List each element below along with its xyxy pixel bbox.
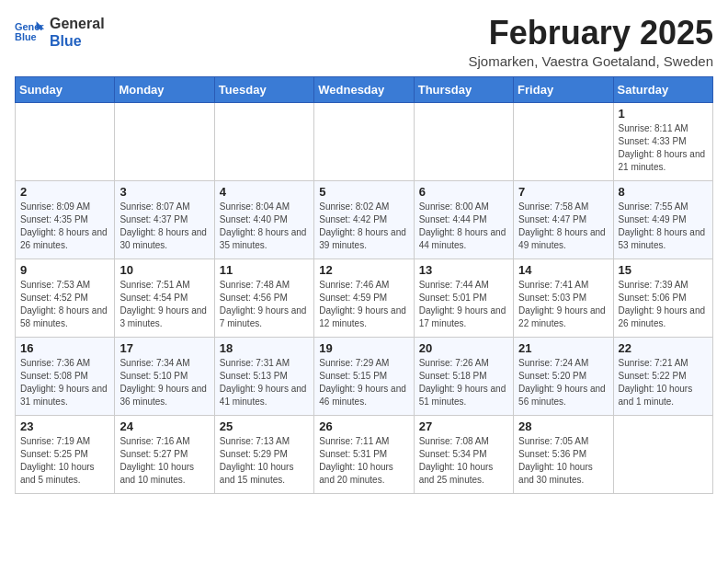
header: General Blue General Blue General Blue F…	[15, 15, 713, 69]
calendar-cell: 12Sunrise: 7:46 AMSunset: 4:59 PMDayligh…	[314, 259, 414, 337]
day-number: 5	[319, 185, 408, 199]
day-detail: Sunrise: 8:07 AMSunset: 4:37 PMDaylight:…	[119, 201, 209, 252]
day-number: 16	[20, 341, 109, 355]
weekday-header-saturday: Saturday	[613, 76, 712, 102]
calendar-cell: 17Sunrise: 7:34 AMSunset: 5:10 PMDayligh…	[115, 337, 214, 415]
calendar-cell: 8Sunrise: 7:55 AMSunset: 4:49 PMDaylight…	[613, 180, 712, 259]
calendar-cell	[16, 102, 115, 180]
calendar-cell: 5Sunrise: 8:02 AMSunset: 4:42 PMDaylight…	[314, 180, 414, 259]
calendar-cell: 20Sunrise: 7:26 AMSunset: 5:18 PMDayligh…	[414, 337, 513, 415]
calendar: SundayMondayTuesdayWednesdayThursdayFrid…	[15, 76, 713, 494]
logo-general: General	[50, 15, 105, 32]
day-number: 19	[319, 341, 408, 355]
weekday-header-friday: Friday	[514, 76, 613, 102]
day-detail: Sunrise: 7:08 AMSunset: 5:34 PMDaylight:…	[419, 435, 508, 487]
day-detail: Sunrise: 7:19 AMSunset: 5:25 PMDaylight:…	[20, 435, 109, 487]
day-number: 20	[419, 341, 508, 355]
day-detail: Sunrise: 7:55 AMSunset: 4:49 PMDaylight:…	[619, 201, 708, 252]
day-number: 1	[619, 107, 708, 121]
day-detail: Sunrise: 7:26 AMSunset: 5:18 PMDaylight:…	[419, 357, 508, 408]
calendar-cell: 9Sunrise: 7:53 AMSunset: 4:52 PMDaylight…	[16, 259, 115, 337]
calendar-cell: 23Sunrise: 7:19 AMSunset: 5:25 PMDayligh…	[16, 415, 115, 493]
day-detail: Sunrise: 8:00 AMSunset: 4:44 PMDaylight:…	[419, 201, 508, 252]
logo-blue: Blue	[50, 32, 105, 50]
calendar-cell: 4Sunrise: 8:04 AMSunset: 4:40 PMDaylight…	[214, 180, 313, 259]
main-title: February 2025	[468, 15, 713, 52]
weekday-header-thursday: Thursday	[414, 76, 513, 102]
day-number: 22	[619, 341, 708, 355]
calendar-cell	[115, 102, 214, 180]
calendar-cell	[514, 102, 613, 180]
subtitle: Sjomarken, Vaestra Goetaland, Sweden	[468, 53, 713, 69]
day-number: 18	[220, 341, 309, 355]
day-number: 28	[518, 419, 608, 433]
day-number: 10	[119, 263, 209, 277]
day-number: 25	[220, 419, 309, 433]
calendar-cell: 27Sunrise: 7:08 AMSunset: 5:34 PMDayligh…	[414, 415, 513, 493]
day-number: 8	[619, 185, 708, 199]
calendar-cell: 1Sunrise: 8:11 AMSunset: 4:33 PMDaylight…	[613, 102, 712, 180]
day-detail: Sunrise: 7:36 AMSunset: 5:08 PMDaylight:…	[20, 357, 109, 408]
calendar-cell: 10Sunrise: 7:51 AMSunset: 4:54 PMDayligh…	[115, 259, 214, 337]
logo: General Blue General Blue General Blue	[15, 15, 105, 50]
day-detail: Sunrise: 7:39 AMSunset: 5:06 PMDaylight:…	[619, 279, 708, 330]
svg-text:Blue: Blue	[15, 31, 37, 42]
day-detail: Sunrise: 7:31 AMSunset: 5:13 PMDaylight:…	[220, 357, 309, 408]
day-detail: Sunrise: 8:02 AMSunset: 4:42 PMDaylight:…	[319, 201, 408, 252]
day-detail: Sunrise: 8:09 AMSunset: 4:35 PMDaylight:…	[20, 201, 109, 252]
calendar-cell: 16Sunrise: 7:36 AMSunset: 5:08 PMDayligh…	[16, 337, 115, 415]
day-detail: Sunrise: 7:34 AMSunset: 5:10 PMDaylight:…	[119, 357, 209, 408]
day-number: 12	[319, 263, 408, 277]
week-row-4: 16Sunrise: 7:36 AMSunset: 5:08 PMDayligh…	[16, 337, 713, 415]
day-number: 13	[419, 263, 508, 277]
weekday-header-sunday: Sunday	[16, 76, 115, 102]
day-detail: Sunrise: 7:13 AMSunset: 5:29 PMDaylight:…	[220, 435, 309, 487]
week-row-3: 9Sunrise: 7:53 AMSunset: 4:52 PMDaylight…	[16, 259, 713, 337]
title-area: February 2025 Sjomarken, Vaestra Goetala…	[468, 15, 713, 69]
day-number: 11	[220, 263, 309, 277]
calendar-cell	[314, 102, 414, 180]
day-detail: Sunrise: 7:16 AMSunset: 5:27 PMDaylight:…	[119, 435, 209, 487]
calendar-cell: 25Sunrise: 7:13 AMSunset: 5:29 PMDayligh…	[214, 415, 313, 493]
calendar-cell: 19Sunrise: 7:29 AMSunset: 5:15 PMDayligh…	[314, 337, 414, 415]
calendar-cell: 2Sunrise: 8:09 AMSunset: 4:35 PMDaylight…	[16, 180, 115, 259]
day-detail: Sunrise: 7:21 AMSunset: 5:22 PMDaylight:…	[619, 357, 708, 408]
calendar-cell: 7Sunrise: 7:58 AMSunset: 4:47 PMDaylight…	[514, 180, 613, 259]
week-row-1: 1Sunrise: 8:11 AMSunset: 4:33 PMDaylight…	[16, 102, 713, 180]
day-number: 26	[319, 419, 408, 433]
day-detail: Sunrise: 7:44 AMSunset: 5:01 PMDaylight:…	[419, 279, 508, 330]
day-detail: Sunrise: 7:58 AMSunset: 4:47 PMDaylight:…	[518, 201, 608, 252]
day-number: 17	[119, 341, 209, 355]
day-detail: Sunrise: 7:53 AMSunset: 4:52 PMDaylight:…	[20, 279, 109, 330]
day-number: 21	[518, 341, 608, 355]
day-number: 24	[119, 419, 209, 433]
day-detail: Sunrise: 8:04 AMSunset: 4:40 PMDaylight:…	[220, 201, 309, 252]
day-detail: Sunrise: 7:11 AMSunset: 5:31 PMDaylight:…	[319, 435, 408, 487]
week-row-5: 23Sunrise: 7:19 AMSunset: 5:25 PMDayligh…	[16, 415, 713, 493]
day-number: 27	[419, 419, 508, 433]
day-number: 9	[20, 263, 109, 277]
calendar-cell	[414, 102, 513, 180]
calendar-cell: 28Sunrise: 7:05 AMSunset: 5:36 PMDayligh…	[514, 415, 613, 493]
day-detail: Sunrise: 7:41 AMSunset: 5:03 PMDaylight:…	[518, 279, 608, 330]
day-number: 23	[20, 419, 109, 433]
day-number: 3	[119, 185, 209, 199]
calendar-cell	[214, 102, 313, 180]
day-number: 15	[619, 263, 708, 277]
weekday-header-row: SundayMondayTuesdayWednesdayThursdayFrid…	[16, 76, 713, 102]
day-number: 7	[518, 185, 608, 199]
calendar-cell: 24Sunrise: 7:16 AMSunset: 5:27 PMDayligh…	[115, 415, 214, 493]
calendar-cell: 14Sunrise: 7:41 AMSunset: 5:03 PMDayligh…	[514, 259, 613, 337]
calendar-cell: 3Sunrise: 8:07 AMSunset: 4:37 PMDaylight…	[115, 180, 214, 259]
weekday-header-tuesday: Tuesday	[214, 76, 313, 102]
weekday-header-monday: Monday	[115, 76, 214, 102]
calendar-cell: 11Sunrise: 7:48 AMSunset: 4:56 PMDayligh…	[214, 259, 313, 337]
calendar-cell: 6Sunrise: 8:00 AMSunset: 4:44 PMDaylight…	[414, 180, 513, 259]
calendar-cell: 15Sunrise: 7:39 AMSunset: 5:06 PMDayligh…	[613, 259, 712, 337]
week-row-2: 2Sunrise: 8:09 AMSunset: 4:35 PMDaylight…	[16, 180, 713, 259]
day-detail: Sunrise: 8:11 AMSunset: 4:33 PMDaylight:…	[619, 122, 708, 174]
day-detail: Sunrise: 7:05 AMSunset: 5:36 PMDaylight:…	[518, 435, 608, 487]
calendar-cell: 21Sunrise: 7:24 AMSunset: 5:20 PMDayligh…	[514, 337, 613, 415]
calendar-cell: 26Sunrise: 7:11 AMSunset: 5:31 PMDayligh…	[314, 415, 414, 493]
day-detail: Sunrise: 7:29 AMSunset: 5:15 PMDaylight:…	[319, 357, 408, 408]
